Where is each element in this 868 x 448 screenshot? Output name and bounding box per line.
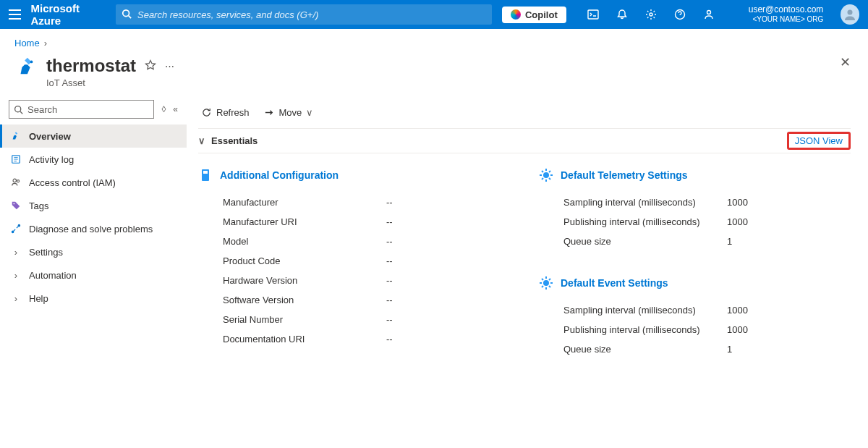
svg-rect-20 (203, 171, 208, 174)
svg-rect-2 (588, 10, 598, 19)
svg-point-16 (14, 203, 15, 205)
kv-label: Serial Number (198, 314, 386, 325)
kv-row: Publishing interval (milliseconds)1000 (539, 320, 851, 339)
sidebar-item-label: Activity log (29, 154, 74, 165)
kv-row: Model-- (198, 232, 510, 251)
breadcrumb-home[interactable]: Home (14, 38, 40, 48)
move-button[interactable]: Move ∨ (264, 107, 314, 118)
telemetry-icon (539, 168, 553, 182)
access-control-icon (10, 177, 22, 188)
sidebar-item-overview[interactable]: Overview (0, 124, 187, 148)
kv-label: Publishing interval (milliseconds) (539, 324, 727, 335)
brand-label[interactable]: Microsoft Azure (31, 2, 106, 27)
svg-point-5 (707, 11, 710, 14)
kv-row: Queue size1 (539, 339, 851, 359)
svg-point-18 (18, 224, 20, 226)
svg-line-9 (20, 111, 22, 113)
essentials-toggle[interactable]: ∨ Essentials (198, 135, 258, 146)
breadcrumb: Home › (0, 29, 868, 51)
chevron-right-icon: › (44, 38, 47, 48)
sidebar-item-label: Diagnose and solve problems (29, 224, 153, 234)
help-icon[interactable] (673, 8, 686, 21)
kv-row: Serial Number-- (198, 310, 510, 329)
chevron-right-icon: › (10, 246, 22, 258)
kv-value: -- (386, 334, 393, 345)
kv-value: 1000 (727, 216, 748, 227)
svg-point-21 (543, 172, 549, 178)
json-view-label: JSON View (795, 135, 843, 146)
chevron-down-icon: ∨ (198, 135, 205, 146)
sidebar-item-label: Access control (IAM) (29, 177, 116, 188)
kv-row: Manufacturer-- (198, 193, 510, 212)
sidebar: Search ◊ « Overview Activity log Access … (0, 97, 187, 448)
avatar[interactable] (841, 4, 859, 25)
user-block[interactable]: user@contoso.com <YOUR NAME> ORG (749, 5, 824, 23)
close-icon[interactable]: ✕ (840, 54, 851, 70)
svg-point-14 (13, 179, 16, 182)
settings-icon[interactable] (644, 8, 658, 21)
kv-value: 1000 (727, 305, 748, 316)
search-icon (122, 9, 132, 21)
svg-point-22 (543, 280, 549, 286)
section-title: Additional Configuration (220, 169, 339, 181)
sidebar-item-access-control[interactable]: Access control (IAM) (0, 171, 187, 194)
kv-row: Product Code-- (198, 251, 510, 271)
favorite-star-icon[interactable] (145, 59, 156, 73)
notifications-icon[interactable] (616, 8, 629, 21)
kv-row: Publishing interval (milliseconds)1000 (539, 212, 851, 232)
top-bar: Microsoft Azure Copilot user@contoso.com… (0, 0, 868, 29)
kv-label: Manufacturer (198, 197, 386, 208)
kv-label: Software Version (198, 295, 386, 305)
feedback-icon[interactable] (702, 8, 715, 21)
kv-label: Queue size (539, 344, 727, 355)
sidebar-item-help[interactable]: › Help (0, 287, 187, 310)
overview-icon (10, 130, 22, 142)
kv-label: Manufacturer URI (198, 216, 386, 227)
sidebar-search-input[interactable]: Search (9, 100, 154, 119)
kv-label: Hardware Version (198, 275, 386, 286)
sidebar-item-label: Settings (29, 247, 63, 258)
svg-point-0 (123, 10, 129, 17)
sidebar-item-label: Automation (29, 270, 77, 281)
kv-value: 1000 (727, 324, 748, 335)
sidebar-item-automation[interactable]: › Automation (0, 263, 187, 287)
refresh-button[interactable]: Refresh (201, 107, 250, 118)
kv-label: Sampling interval (milliseconds) (539, 197, 727, 208)
kv-value: -- (386, 216, 393, 227)
events-icon (539, 276, 553, 290)
sidebar-item-tags[interactable]: Tags (0, 194, 187, 217)
collapse-nav-icon[interactable]: « (173, 104, 178, 114)
copilot-icon (511, 9, 521, 20)
more-icon[interactable]: ⋯ (165, 61, 175, 72)
diagnose-icon (10, 223, 22, 234)
kv-label: Documentation URI (198, 334, 386, 345)
sidebar-search-placeholder: Search (27, 104, 57, 115)
kv-row: Sampling interval (milliseconds)1000 (539, 300, 851, 320)
chevron-right-icon: › (10, 292, 22, 304)
kv-value: -- (386, 236, 393, 247)
user-org: <YOUR NAME> ORG (749, 15, 824, 24)
expand-collapse-icon[interactable]: ◊ (161, 104, 166, 114)
cloud-shell-icon[interactable] (587, 8, 600, 21)
svg-point-15 (17, 180, 19, 182)
essentials-label: Essentials (211, 135, 258, 146)
resource-title-row: thermostat ⋯ ✕ (0, 51, 868, 79)
activity-log-icon (10, 153, 22, 165)
sidebar-item-settings[interactable]: › Settings (0, 240, 187, 263)
global-search-input[interactable] (116, 4, 492, 25)
sidebar-item-label: Tags (29, 200, 48, 211)
sidebar-item-diagnose[interactable]: Diagnose and solve problems (0, 217, 187, 240)
kv-value: 1000 (727, 197, 748, 208)
section-additional-configuration: Additional Configuration (198, 168, 510, 182)
json-view-button[interactable]: JSON View (787, 132, 851, 150)
copilot-button[interactable]: Copilot (502, 7, 566, 23)
kv-value: -- (386, 295, 393, 305)
resource-type-label: IoT Asset (0, 77, 868, 97)
svg-point-7 (30, 61, 33, 64)
sidebar-item-activity-log[interactable]: Activity log (0, 148, 187, 171)
kv-label: Product Code (198, 255, 386, 266)
section-default-telemetry: Default Telemetry Settings (539, 168, 851, 182)
kv-label: Sampling interval (milliseconds) (539, 305, 727, 316)
kv-row: Software Version-- (198, 290, 510, 310)
hamburger-icon[interactable] (9, 9, 21, 20)
